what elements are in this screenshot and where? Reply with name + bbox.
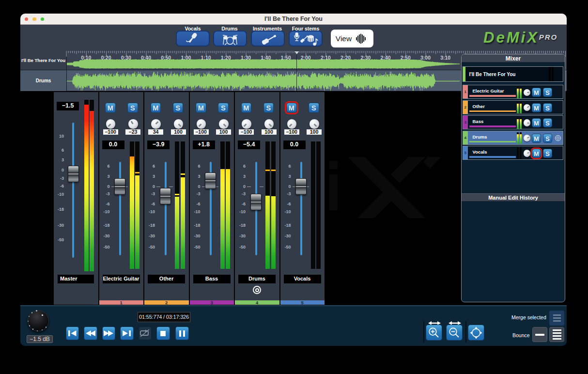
svg-text:0:20: 0:20: [101, 55, 111, 61]
svg-text:2:10: 2:10: [321, 55, 331, 61]
svg-text:2:00: 2:00: [301, 55, 311, 61]
svg-text:0:30: 0:30: [121, 55, 131, 61]
svg-text:2:30: 2:30: [360, 55, 371, 61]
svg-text:1:10: 1:10: [201, 55, 211, 61]
svg-text:0:40: 0:40: [141, 55, 151, 61]
svg-text:2:50: 2:50: [401, 55, 411, 61]
svg-text:1:50: 1:50: [280, 55, 291, 61]
svg-text:2:40: 2:40: [381, 55, 391, 61]
svg-text:1:40: 1:40: [261, 55, 271, 61]
svg-text:3:10: 3:10: [440, 55, 450, 61]
svg-text:1:20: 1:20: [221, 55, 231, 61]
svg-text:3:00: 3:00: [420, 55, 431, 61]
svg-text:0:10: 0:10: [81, 55, 91, 61]
svg-text:1:30: 1:30: [241, 55, 251, 61]
svg-text:0:50: 0:50: [161, 55, 171, 61]
svg-text:1:00: 1:00: [181, 55, 191, 61]
svg-text:2:20: 2:20: [340, 55, 351, 61]
